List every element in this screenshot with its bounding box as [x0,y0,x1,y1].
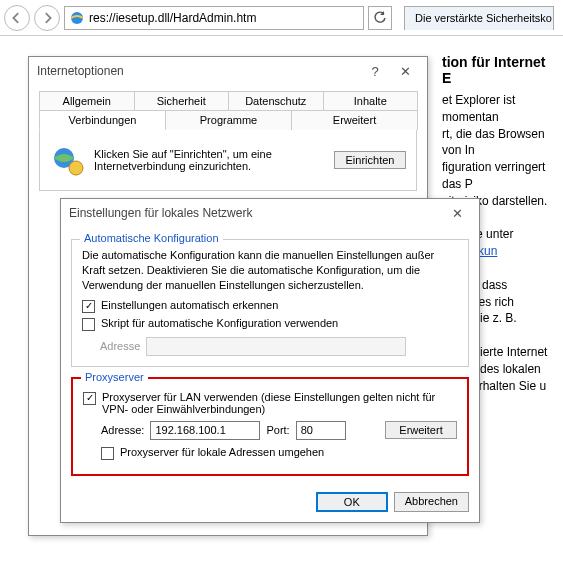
checkbox-auto-detect[interactable] [82,300,95,313]
page-text: rt, die das Browsen von In [442,127,545,158]
dialog-titlebar: Internetoptionen ? ✕ [29,57,427,85]
label-proxy-address: Adresse: [101,424,144,436]
auto-config-desc: Die automatische Konfiguration kann die … [82,248,458,293]
tab-strip: Die verstärkte Sicherheitsko... ✕ [404,6,554,30]
back-button[interactable] [4,5,30,31]
conn-desc: Klicken Sie auf "Einrichten", um eine In… [94,148,326,172]
label-use-script: Skript für automatische Konfiguration ve… [101,317,338,329]
page-title: tion für Internet E [442,54,548,86]
address-bar[interactable]: res://iesetup.dll/HardAdmin.htm [64,6,364,30]
tabs-row-2: Verbindungen Programme Erweitert [39,110,417,130]
browser-tab[interactable]: Die verstärkte Sicherheitsko... ✕ [404,6,554,30]
checkbox-use-proxy[interactable] [83,392,96,405]
input-proxy-address[interactable] [150,421,260,440]
label-bypass-local: Proxyserver für lokale Adressen umgehen [120,446,324,458]
label-use-proxy: Proxyserver für LAN verwenden (diese Ein… [102,391,457,415]
tab-allgemein[interactable]: Allgemein [39,91,135,110]
ok-button[interactable]: OK [316,492,388,512]
tab-programme[interactable]: Programme [165,110,292,130]
auto-config-fieldset: Automatische Konfiguration Die automatis… [71,239,469,367]
tab-inhalte[interactable]: Inhalte [323,91,419,110]
tab-verbindungen[interactable]: Verbindungen [39,110,166,130]
label-script-address: Adresse [100,340,140,352]
input-proxy-port[interactable] [296,421,346,440]
checkbox-bypass-local[interactable] [101,447,114,460]
checkbox-use-script[interactable] [82,318,95,331]
forward-button[interactable] [34,5,60,31]
tab-label: Die verstärkte Sicherheitsko... [415,12,554,24]
label-auto-detect: Einstellungen automatisch erkennen [101,299,278,311]
cancel-button[interactable]: Abbrechen [394,492,469,512]
input-script-address [146,337,406,356]
lan-settings-dialog: Einstellungen für lokales Netzwerk ✕ Aut… [60,198,480,523]
erweitert-button[interactable]: Erweitert [385,421,457,439]
dialog-title-text: Internetoptionen [37,64,124,78]
auto-config-legend: Automatische Konfiguration [80,232,223,244]
proxy-fieldset: Proxyserver Proxyserver für LAN verwende… [71,377,469,476]
ie-icon [69,10,85,26]
tab-datenschutz[interactable]: Datenschutz [228,91,324,110]
tab-sicherheit[interactable]: Sicherheit [134,91,230,110]
help-button[interactable]: ? [361,61,389,81]
dialog-titlebar: Einstellungen für lokales Netzwerk ✕ [61,199,479,227]
page-text: et Explorer ist momentan [442,93,515,124]
close-button[interactable]: ✕ [443,203,471,223]
einrichten-button[interactable]: Einrichten [334,151,406,169]
tabs-row-1: Allgemein Sicherheit Datenschutz Inhalte [39,91,417,110]
refresh-button[interactable] [368,6,392,30]
browser-toolbar: res://iesetup.dll/HardAdmin.htm Die vers… [0,0,563,36]
url-text: res://iesetup.dll/HardAdmin.htm [89,11,256,25]
svg-point-3 [69,161,83,175]
dialog-title-text: Einstellungen für lokales Netzwerk [69,206,252,220]
page-text: figuration verringert das P [442,160,545,191]
tab-erweitert[interactable]: Erweitert [291,110,418,130]
label-proxy-port: Port: [266,424,289,436]
globe-icon [50,142,86,178]
proxy-legend: Proxyserver [81,371,148,383]
close-button[interactable]: ✕ [391,61,419,81]
